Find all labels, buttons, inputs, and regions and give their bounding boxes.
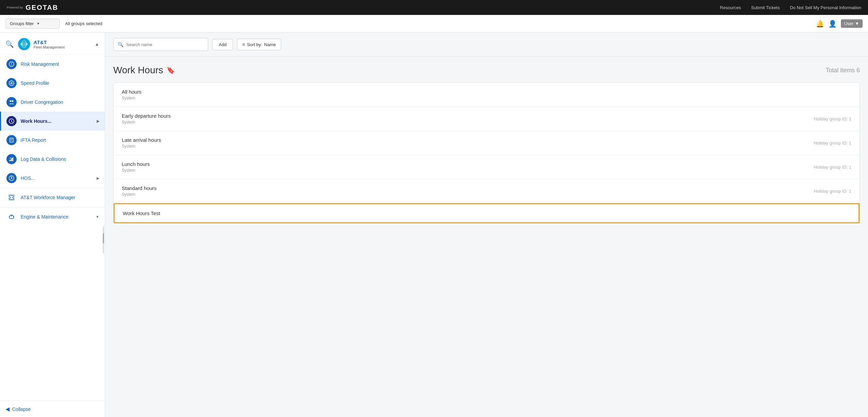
sidebar-item-label: Driver Congregation xyxy=(21,99,63,105)
att-title-sub: Fleet Management xyxy=(34,45,65,49)
work-hours-icon xyxy=(6,116,17,126)
sidebar-item-label: Work Hours... xyxy=(21,118,52,124)
groups-filter-button[interactable]: Groups filter ▼ xyxy=(5,19,60,29)
item-info: Standard hours System xyxy=(122,185,157,197)
ifta-report-icon xyxy=(6,135,17,145)
groups-bar-right: 🔔 👤 User ▼ xyxy=(816,19,863,28)
risk-management-icon: ! xyxy=(6,59,17,69)
work-hours-chevron-icon: ▶ xyxy=(97,119,99,124)
engine-chevron-icon: ▼ xyxy=(96,215,99,219)
item-info: Lunch hours System xyxy=(122,161,150,173)
items-list: All hours System Early departure hours S… xyxy=(113,82,860,224)
content-main: Work Hours 🔖 Total items 6 All hours Sys… xyxy=(105,57,868,417)
hos-chevron-icon: ▶ xyxy=(97,176,99,181)
item-tag: Holiday group ID: 1 xyxy=(814,189,851,194)
att-logo xyxy=(18,38,30,50)
att-title-main: AT&T xyxy=(34,39,65,45)
sort-value: Name xyxy=(264,42,276,47)
page-header: Work Hours 🔖 Total items 6 xyxy=(113,65,860,76)
groups-filter-label: Groups filter xyxy=(10,21,34,26)
sidebar-item-ifta-report[interactable]: IFTA Report xyxy=(0,131,105,150)
item-tag: Holiday group ID: 1 xyxy=(814,165,851,170)
sidebar-section-workforce: AT&T Workforce Manager xyxy=(0,188,105,207)
driver-congregation-icon xyxy=(6,97,17,107)
speed-profile-icon xyxy=(6,78,17,88)
list-item-selected[interactable]: Work Hours Test xyxy=(114,203,860,223)
svg-rect-23 xyxy=(9,216,14,219)
item-name: Standard hours xyxy=(122,185,157,191)
svg-point-10 xyxy=(12,100,14,102)
item-sub: System xyxy=(122,96,141,100)
sidebar-item-label: IFTA Report xyxy=(21,137,46,143)
sidebar-item-label: Risk Management xyxy=(21,61,59,67)
bookmark-icon[interactable]: 🔖 xyxy=(166,66,175,74)
notification-icon[interactable]: 🔔 xyxy=(816,20,824,28)
svg-point-8 xyxy=(11,83,12,84)
log-data-icon xyxy=(6,154,17,164)
item-name: Early departure hours xyxy=(122,113,171,119)
sidebar-scroll-up-button[interactable]: ▲ xyxy=(95,41,99,47)
sidebar-item-label: HOS... xyxy=(21,175,35,181)
sidebar-item-work-hours[interactable]: Work Hours... ▶ xyxy=(0,112,105,131)
item-name: All hours xyxy=(122,89,141,95)
sidebar-item-speed-profile[interactable]: Speed Profile xyxy=(0,74,105,93)
collapse-chevron-icon: ◀ xyxy=(5,406,9,412)
item-name: Late arrival hours xyxy=(122,137,161,143)
powered-by-text: Powered by xyxy=(7,6,23,10)
resources-link[interactable]: Resources xyxy=(720,5,741,10)
svg-rect-17 xyxy=(9,160,11,161)
sidebar-item-log-data[interactable]: Log Data & Collisions xyxy=(0,150,105,169)
groups-filter-chevron-icon: ▼ xyxy=(37,22,40,25)
sidebar-scrollbar xyxy=(103,226,104,253)
geotab-logo: GEOTAB xyxy=(26,4,58,12)
sidebar-section-engine: Engine & Maintenance ▼ xyxy=(0,207,105,226)
collapse-label: Collapse xyxy=(12,406,31,412)
svg-line-13 xyxy=(12,121,13,122)
item-tag: Holiday group ID: 1 xyxy=(814,116,851,121)
workforce-puzzle-icon xyxy=(6,192,17,203)
search-input[interactable] xyxy=(126,42,204,47)
item-sub: System xyxy=(122,192,157,197)
sidebar-collapse-button[interactable]: ◀ Collapse xyxy=(0,401,105,417)
logo-area: Powered by GEOTAB xyxy=(7,4,58,12)
sidebar-header: 🔍 AT&T Fleet Management ▲ xyxy=(0,33,105,55)
item-sub: System xyxy=(122,144,161,149)
list-item[interactable]: Late arrival hours System Holiday group … xyxy=(114,131,860,155)
list-item[interactable]: Lunch hours System Holiday group ID: 1 xyxy=(114,155,860,179)
user-name-text: User xyxy=(844,21,853,26)
sidebar-item-driver-congregation[interactable]: Driver Congregation xyxy=(0,93,105,112)
sidebar-item-label: Engine & Maintenance xyxy=(21,214,68,220)
item-name: Work Hours Test xyxy=(123,210,160,216)
item-info: Early departure hours System xyxy=(122,113,171,125)
user-icon[interactable]: 👤 xyxy=(828,20,837,28)
sidebar-item-engine-maintenance[interactable]: Engine & Maintenance ▼ xyxy=(0,207,105,226)
sort-button[interactable]: ≡ Sort by: Name xyxy=(237,39,281,50)
sidebar-item-hos[interactable]: HOS... ▶ xyxy=(0,169,105,188)
top-nav-links: Resources Submit Tickets Do Not Sell My … xyxy=(720,5,861,10)
do-not-sell-link[interactable]: Do Not Sell My Personal Information xyxy=(790,5,861,10)
user-dropdown-button[interactable]: User ▼ xyxy=(841,19,863,28)
list-item[interactable]: Early departure hours System Holiday gro… xyxy=(114,107,860,131)
top-nav: Powered by GEOTAB Resources Submit Ticke… xyxy=(0,0,868,15)
submit-tickets-link[interactable]: Submit Tickets xyxy=(751,5,780,10)
list-item[interactable]: Standard hours System Holiday group ID: … xyxy=(114,179,860,203)
engine-icon xyxy=(6,212,17,222)
att-title: AT&T Fleet Management xyxy=(34,39,65,49)
main-area: 🔍 AT&T Fleet Management ▲ xyxy=(0,33,868,417)
svg-point-9 xyxy=(10,100,12,102)
sidebar-item-risk-management[interactable]: ! Risk Management xyxy=(0,55,105,74)
sort-icon: ≡ xyxy=(242,42,245,47)
page-title-area: Work Hours 🔖 xyxy=(113,65,175,76)
sort-label: Sort by: xyxy=(247,42,262,47)
list-item[interactable]: All hours System xyxy=(114,83,860,107)
item-sub: System xyxy=(122,168,150,173)
item-info: All hours System xyxy=(122,89,141,100)
item-info: Late arrival hours System xyxy=(122,137,161,149)
att-logo-svg xyxy=(20,40,28,48)
groups-selected-text: All groups selected xyxy=(65,21,102,26)
search-box: 🔍 xyxy=(113,38,208,51)
sidebar-search-icon[interactable]: 🔍 xyxy=(5,40,14,48)
svg-rect-18 xyxy=(11,159,12,161)
add-button[interactable]: Add xyxy=(212,39,233,50)
sidebar-item-workforce-manager[interactable]: AT&T Workforce Manager xyxy=(0,188,105,207)
